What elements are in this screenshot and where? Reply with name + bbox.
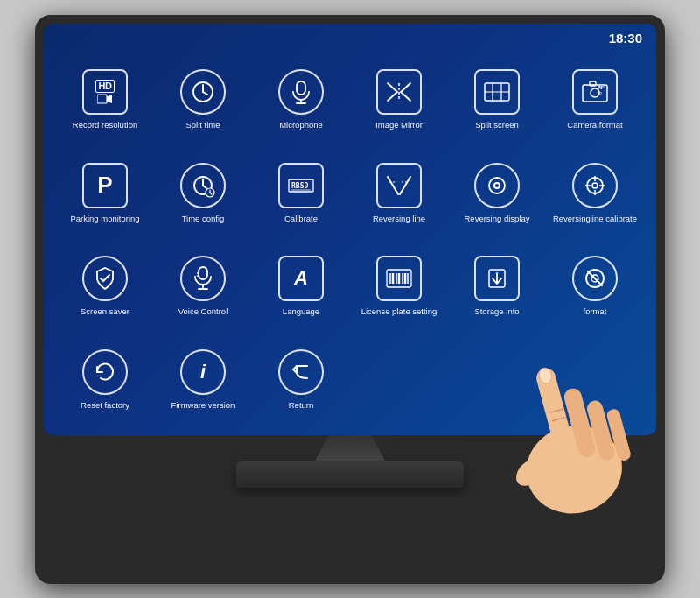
microphone-label: Microphone — [279, 120, 323, 130]
voice-icon — [180, 256, 226, 301]
svg-rect-5 — [297, 81, 305, 95]
language-icon: A — [278, 256, 324, 301]
svg-rect-41 — [199, 267, 207, 279]
empty-cell-2 — [450, 334, 544, 425]
hd-video-icon: HD — [82, 69, 128, 115]
menu-item-camera-format[interactable]: N P Camera format — [548, 55, 642, 145]
empty-cell-3 — [548, 334, 642, 425]
svg-line-4 — [203, 92, 207, 95]
empty-cell-1 — [352, 334, 446, 425]
menu-item-time-config[interactable]: Time config — [156, 148, 250, 238]
reversing-display-label: Reversing display — [465, 214, 530, 223]
voice-control-label: Voice Control — [178, 306, 228, 316]
svg-rect-13 — [583, 85, 607, 102]
menu-item-firmware-version[interactable]: i Firmware version — [156, 334, 250, 425]
split-time-label: Split time — [186, 120, 220, 130]
menu-item-return[interactable]: Return — [254, 334, 348, 425]
split-screen-label: Split screen — [475, 120, 519, 130]
menu-item-microphone[interactable]: Microphone — [254, 55, 348, 145]
record-resolution-label: Record resolution — [73, 120, 137, 130]
menu-grid: HD Record resolution Split ti — [58, 34, 642, 425]
crosshair-icon — [572, 163, 618, 208]
svg-line-57 — [588, 271, 602, 285]
split-screen-icon — [474, 69, 520, 115]
svg-point-36 — [592, 183, 598, 188]
parking-icon: P — [82, 163, 128, 208]
calibrate-icon: RBSD — [278, 163, 324, 208]
reversing-display-icon — [474, 163, 520, 208]
menu-item-storage-info[interactable]: Storage info — [450, 242, 544, 332]
language-label: Language — [283, 306, 319, 316]
menu-item-format[interactable]: format — [548, 242, 642, 332]
menu-item-language[interactable]: A Language — [254, 242, 348, 332]
reset-icon — [82, 349, 128, 395]
svg-text:P: P — [598, 91, 602, 96]
stand-base — [236, 461, 464, 488]
image-mirror-label: Image Mirror — [375, 120, 423, 130]
svg-text:RBSD: RBSD — [291, 182, 308, 190]
return-label: Return — [289, 400, 314, 410]
time-config-icon — [180, 163, 226, 208]
reversing-line-icon — [376, 163, 422, 208]
monitor: 18:30 HD Record resolution — [35, 15, 665, 584]
menu-item-calibrate[interactable]: RBSD Calibrate — [254, 148, 348, 238]
clock-icon — [180, 69, 226, 115]
storage-info-label: Storage info — [474, 306, 519, 316]
menu-item-screen-saver[interactable]: Screen saver — [58, 242, 152, 332]
license-plate-label: License plate setting — [361, 306, 438, 316]
screen: 18:30 HD Record resolution — [44, 24, 656, 435]
menu-item-image-mirror[interactable]: Image Mirror — [352, 55, 446, 145]
svg-point-34 — [495, 184, 499, 187]
reversingline-calibrate-label: Reversingline calibrate — [553, 214, 637, 223]
reset-factory-label: Reset factory — [80, 400, 130, 410]
return-icon — [278, 349, 324, 395]
menu-item-split-screen[interactable]: Split screen — [450, 55, 544, 145]
menu-item-reversingline-calibrate[interactable]: Reversingline calibrate — [548, 148, 642, 238]
storage-icon — [474, 256, 520, 301]
svg-line-29 — [400, 177, 410, 194]
menu-item-license-plate[interactable]: License plate setting — [352, 242, 446, 332]
camera-format-icon: N P — [572, 69, 618, 115]
microphone-icon — [278, 69, 324, 115]
no-disk-icon — [572, 256, 618, 301]
screen-saver-label: Screen saver — [80, 306, 130, 316]
info-icon: i — [180, 349, 226, 395]
menu-item-voice-control[interactable]: Voice Control — [156, 242, 250, 332]
firmware-version-label: Firmware version — [172, 400, 235, 410]
calibrate-label: Calibrate — [284, 214, 318, 223]
menu-item-reversing-display[interactable]: Reversing display — [450, 148, 544, 238]
barcode-icon — [376, 256, 422, 301]
svg-line-21 — [203, 186, 206, 188]
time-config-label: Time config — [182, 214, 225, 223]
svg-rect-0 — [97, 95, 107, 103]
shield-check-icon — [82, 256, 128, 301]
parking-monitoring-label: Parking monitoring — [70, 214, 139, 223]
stand-neck — [315, 435, 385, 461]
svg-line-28 — [388, 177, 398, 194]
menu-item-parking-monitoring[interactable]: P Parking monitoring — [58, 148, 152, 238]
menu-item-record-resolution[interactable]: HD Record resolution — [58, 55, 152, 145]
menu-item-reset-factory[interactable]: Reset factory — [58, 334, 152, 425]
format-label: format — [584, 306, 607, 316]
svg-text:N: N — [598, 85, 602, 90]
svg-marker-1 — [107, 95, 112, 103]
screen-bezel: 18:30 HD Record resolution — [44, 24, 656, 435]
time-display: 18:30 — [609, 31, 642, 46]
menu-item-split-time[interactable]: Split time — [156, 55, 250, 145]
reversing-line-label: Reversing line — [373, 214, 425, 223]
menu-item-reversing-line[interactable]: Reversing line — [352, 148, 446, 238]
mirror-icon — [376, 69, 422, 115]
camera-format-label: Camera format — [567, 120, 622, 130]
